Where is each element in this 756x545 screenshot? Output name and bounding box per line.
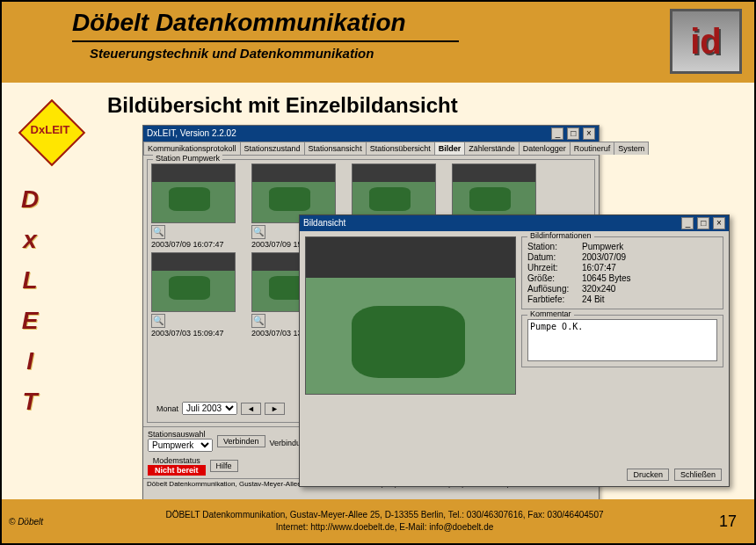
- tab-datenlogger[interactable]: Datenlogger: [519, 142, 571, 155]
- tab-stationsansicht[interactable]: Stationsansicht: [304, 142, 367, 155]
- info-panel: Bildinformationen Station:Pumpwerk Datum…: [521, 236, 723, 395]
- page-number: 17: [701, 512, 754, 531]
- side-logo: DxLEIT: [11, 100, 90, 162]
- modemstatus-value: Nicht bereit: [148, 465, 206, 476]
- aufloesung-key: Auflösung:: [527, 284, 582, 294]
- schliessen-button[interactable]: Schließen: [674, 469, 722, 481]
- datum-key: Datum:: [527, 252, 582, 262]
- uhrzeit-value: 16:07:47: [582, 263, 616, 272]
- dialog-window-buttons: _ □ ×: [680, 215, 725, 231]
- close-icon[interactable]: ×: [583, 127, 595, 140]
- vertical-letter: L: [21, 260, 39, 301]
- vertical-letter: T: [21, 382, 39, 422]
- brand-logo-text: id: [690, 22, 722, 62]
- month-label: Monat: [156, 404, 178, 413]
- thumbnail-caption: 2003/07/09 16:07:47: [151, 240, 248, 249]
- stationsauswahl-select[interactable]: Pumpwerk: [148, 439, 213, 452]
- window-buttons: _ □ ×: [550, 126, 595, 142]
- groesse-value: 10645 Bytes: [582, 273, 631, 283]
- tab-kommunikationsprotokoll[interactable]: Kommunikationsprotokoll: [143, 142, 241, 155]
- vertical-letter: x: [21, 220, 39, 260]
- maximize-icon[interactable]: □: [567, 127, 579, 140]
- month-next-button[interactable]: ►: [265, 403, 285, 415]
- farbtiefe-value: 24 Bit: [582, 294, 605, 304]
- thumbnail: 🔍 2003/07/09 16:07:47: [151, 164, 248, 249]
- groesse-key: Größe:: [527, 273, 582, 283]
- magnify-icon[interactable]: 🔍: [251, 225, 265, 239]
- tab-routineruf[interactable]: Routineruf: [570, 142, 615, 155]
- stationsauswahl-label: Stationsauswahl: [148, 430, 213, 439]
- farbtiefe-key: Farbtiefe:: [527, 294, 582, 304]
- month-prev-button[interactable]: ◄: [241, 403, 261, 415]
- footer-line2: Internet: http://www.doebelt.de, E-Mail:…: [68, 521, 701, 534]
- close-icon[interactable]: ×: [713, 217, 725, 229]
- modemstatus-label: Modemstatus: [148, 456, 206, 465]
- copyright: © Döbelt: [2, 517, 68, 527]
- thumbnail-image[interactable]: [151, 164, 236, 223]
- drucken-button[interactable]: Drucken: [627, 469, 669, 481]
- tab-stationszustand[interactable]: Stationszustand: [240, 142, 305, 155]
- header-rule: [72, 40, 459, 42]
- magnify-icon[interactable]: 🔍: [151, 314, 165, 328]
- hilfe-button[interactable]: Hilfe: [210, 460, 238, 472]
- image-preview: [305, 236, 516, 395]
- page-title: Bildübersicht mit Einzelbildansicht: [2, 83, 754, 125]
- diamond-icon: DxLEIT: [19, 100, 81, 162]
- tab-zaehlerstaende[interactable]: Zählerstände: [464, 142, 520, 155]
- header-subtitle: Steuerungstechnik und Datenkommunikation: [72, 46, 740, 61]
- maximize-icon[interactable]: □: [697, 217, 709, 229]
- thumbnail-image[interactable]: [151, 252, 236, 312]
- vertical-letter: I: [21, 341, 39, 382]
- station-value: Pumpwerk: [582, 242, 623, 251]
- station-key: Station:: [527, 242, 582, 251]
- body: DxLEIT D x L E I T Bildübersicht mit Ein…: [2, 83, 754, 499]
- magnify-icon[interactable]: 🔍: [251, 314, 265, 328]
- kommentar-textarea[interactable]: Pumpe O.K.: [527, 319, 717, 361]
- dialog-title: Bildansicht: [303, 215, 345, 231]
- kommentar-title: Kommentar: [527, 309, 574, 318]
- aufloesung-value: 320x240: [582, 284, 615, 294]
- thumbnail-caption: 2003/07/03 15:09:47: [151, 329, 248, 338]
- month-select[interactable]: Juli 2003: [182, 402, 237, 415]
- vertical-letter: D: [21, 179, 39, 220]
- kommentar-group: Kommentar Pumpe O.K.: [521, 315, 723, 367]
- bildinformationen-group: Bildinformationen Station:Pumpwerk Datum…: [521, 236, 723, 309]
- tab-stationsuebersicht[interactable]: Stationsübersicht: [366, 142, 435, 155]
- tab-system[interactable]: System: [614, 142, 649, 155]
- minimize-icon[interactable]: _: [551, 127, 563, 140]
- thumbnail: 🔍 2003/07/03 15:09:47: [151, 252, 248, 338]
- magnify-icon[interactable]: 🔍: [151, 225, 165, 239]
- vertical-brand: D x L E I T: [21, 179, 39, 422]
- month-selector-row: Monat Juli 2003 ◄ ►: [156, 402, 285, 415]
- footer-line1: DÖBELT Datenkommunikation, Gustav-Meyer-…: [68, 509, 701, 521]
- bildinformationen-title: Bildinformationen: [527, 231, 594, 240]
- dialog-body: Bildinformationen Station:Pumpwerk Datum…: [300, 231, 729, 400]
- footer-text: DÖBELT Datenkommunikation, Gustav-Meyer-…: [68, 509, 701, 534]
- tab-bilder[interactable]: Bilder: [434, 142, 466, 155]
- dialog-titlebar[interactable]: Bildansicht _ □ ×: [300, 215, 729, 231]
- minimize-icon[interactable]: _: [681, 217, 694, 229]
- header-title: Döbelt Datenkommunikation: [72, 9, 740, 37]
- datum-value: 2003/07/09: [582, 252, 626, 262]
- groupbox-title: Station Pumpwerk: [153, 154, 222, 163]
- brand-logo: id: [670, 9, 742, 74]
- window-title: DxLEIT, Version 2.2.02: [147, 126, 236, 142]
- bildansicht-dialog: Bildansicht _ □ × Bildinformationen Stat…: [299, 214, 730, 487]
- vertical-letter: E: [21, 301, 39, 341]
- dialog-buttons: Drucken Schließen: [627, 469, 722, 481]
- verbinden-button[interactable]: Verbinden: [217, 435, 265, 447]
- window-titlebar[interactable]: DxLEIT, Version 2.2.02 _ □ ×: [143, 126, 599, 142]
- diamond-text: DxLEIT: [19, 123, 81, 136]
- footer: © Döbelt DÖBELT Datenkommunikation, Gust…: [2, 499, 754, 543]
- uhrzeit-key: Uhrzeit:: [527, 263, 582, 272]
- header: Döbelt Datenkommunikation Steuerungstech…: [2, 2, 754, 83]
